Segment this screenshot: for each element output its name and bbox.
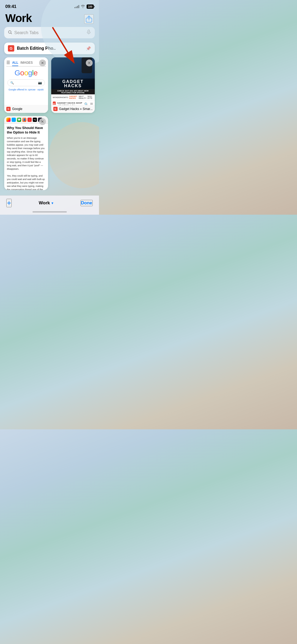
article-tab-card[interactable]: ✕ 💬 👤 ♪ Pay ) Why You Should Have the Op… <box>4 116 48 190</box>
pinned-tab[interactable]: G Batch Editing Pho.. 📌 <box>4 43 95 54</box>
header: Work <box>0 12 99 27</box>
imessage-icon: 💬 <box>17 118 21 122</box>
status-bar: 09:41 100 <box>0 0 99 12</box>
share-icon <box>85 15 93 23</box>
gadget-menu-icon: ☰ <box>90 102 93 105</box>
close-google-tab-button[interactable]: ✕ <box>39 59 46 66</box>
google-nav-images: IMAGES <box>20 61 33 65</box>
gadget-logo-icon: G <box>53 102 56 105</box>
page-title: Work <box>5 13 32 24</box>
add-tab-button[interactable]: + <box>6 199 12 207</box>
microphone-icon[interactable] <box>86 30 91 36</box>
share-button[interactable] <box>84 14 94 24</box>
google-tab-title: Google <box>12 107 22 111</box>
search-bar[interactable]: Search Tabs <box>4 27 95 38</box>
gadget-tab-title: Gadget Hacks » Smar... <box>59 107 93 111</box>
google-tab-card[interactable]: ✕ ☰ ALL IMAGES ⠿ Google 🔍 📷 Google offer… <box>4 57 48 113</box>
article-headline: Why You Should Have the Option to Hide I… <box>7 126 45 135</box>
status-time: 09:41 <box>5 4 16 9</box>
svg-rect-2 <box>88 30 89 32</box>
chevron-down-icon: ▾ <box>51 201 53 205</box>
tab-group-selector[interactable]: Work ▾ <box>39 200 53 206</box>
gadget-hacks-tab-card[interactable]: ✕ GADGET HACKS CHECK OUT IOS 16'S BEST N… <box>51 57 95 113</box>
contacts-icon: 👤 <box>22 118 26 122</box>
gadget-tab-favicon: G <box>53 107 58 111</box>
tab-group-name: Work <box>39 200 50 206</box>
google-search-bar[interactable]: 🔍 📷 <box>7 79 45 86</box>
close-gadget-tab-button[interactable]: ✕ <box>86 59 93 66</box>
search-icon <box>8 30 12 35</box>
article-content: Why You Should Have the Option to Hide I… <box>4 124 48 190</box>
music-icon: ♪ <box>27 118 32 122</box>
appstore-icon <box>12 118 16 122</box>
signal-icon <box>74 5 79 8</box>
close-article-tab-button[interactable]: ✕ <box>39 118 46 125</box>
article-body: When you're in an iMessage conversation … <box>7 136 45 190</box>
gadget-tab-preview: ✕ GADGET HACKS CHECK OUT IOS 16'S BEST N… <box>51 57 95 105</box>
battery-icon: 100 <box>87 4 94 9</box>
pin-icon: 📌 <box>86 46 91 51</box>
search-input[interactable]: Search Tabs <box>14 30 84 35</box>
google-menu-icon: ☰ <box>6 60 10 65</box>
gadget-nav-bar: WONDERHOWTO GADGET HACKS NEXT REALITY NU… <box>51 94 95 100</box>
google-nav-all: ALL <box>12 61 18 66</box>
google-camera-icon: 📷 <box>38 81 42 85</box>
google-logo: Google <box>6 69 46 77</box>
gadget-tab-label: G Gadget Hacks » Smar... <box>51 105 95 113</box>
gadget-logo-row: G GADGET HACKS SHOP 5G NEWS & GU... 🔍 ☰ <box>51 100 95 105</box>
done-button[interactable]: Done <box>81 200 93 206</box>
google-tab-label: G Google <box>4 105 48 113</box>
status-icons: 100 <box>74 4 94 9</box>
gadget-banner-text: CHECK OUT IOS 16'S BEST NEW FEATURES FOR… <box>51 89 95 94</box>
tab-grid: ✕ ☰ ALL IMAGES ⠿ Google 🔍 📷 Google offer… <box>0 57 99 190</box>
google-search-icon: 🔍 <box>10 81 14 85</box>
applepay-icon: Pay <box>33 118 37 122</box>
pinned-tab-title: Batch Editing Pho.. <box>17 46 83 51</box>
google-tab-preview: ✕ ☰ ALL IMAGES ⠿ Google 🔍 📷 Google offer… <box>4 57 48 105</box>
gadget-search-icon: 🔍 <box>84 102 88 105</box>
google-offered-text: Google offered in: српски · srpski <box>6 88 46 91</box>
photos-app-icon <box>6 118 11 122</box>
pinned-tab-favicon: G <box>8 45 14 52</box>
google-tab-favicon: G <box>6 107 11 111</box>
gadget-site-name: GADGET HACKS <box>51 79 95 89</box>
home-indicator <box>32 211 67 213</box>
wifi-icon <box>81 5 85 9</box>
